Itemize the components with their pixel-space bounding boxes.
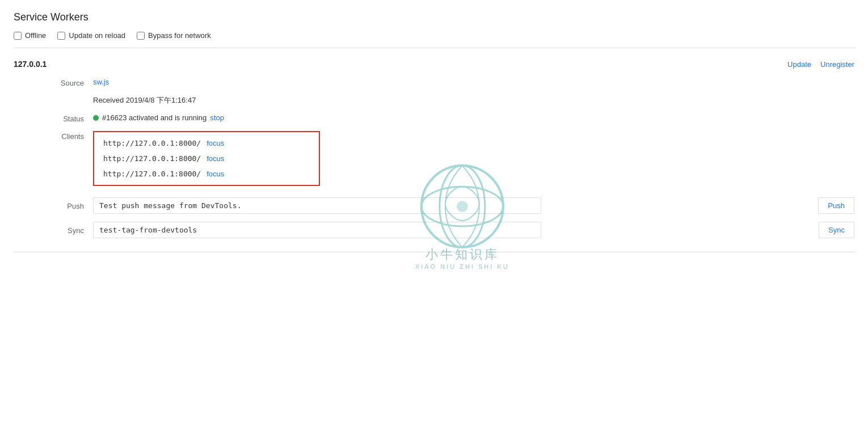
source-label: Source xyxy=(36,78,93,87)
status-row: #16623 activated and is running stop xyxy=(93,113,854,122)
bypass-for-network-checkbox-label[interactable]: Bypass for network xyxy=(137,31,211,40)
sync-input[interactable] xyxy=(93,222,541,238)
offline-label: Offline xyxy=(25,31,46,40)
offline-checkbox-label[interactable]: Offline xyxy=(14,31,46,40)
status-value: #16623 activated and is running stop xyxy=(93,113,854,123)
unregister-button[interactable]: Unregister xyxy=(820,60,854,69)
clients-value: http://127.0.0.1:8000/ focus http://127.… xyxy=(93,131,854,186)
client-url-1: http://127.0.0.1:8000/ xyxy=(103,139,201,147)
info-grid: Source sw.js Received 2019/4/8 下午1:16:47… xyxy=(36,78,854,186)
bypass-for-network-checkbox[interactable] xyxy=(137,32,145,40)
push-sync-section: Push Push Sync Sync xyxy=(36,197,854,238)
sync-row: Sync Sync xyxy=(36,222,854,238)
received-label xyxy=(36,95,93,105)
stop-button[interactable]: stop xyxy=(210,113,224,122)
push-button[interactable]: Push xyxy=(818,197,854,214)
watermark-en: XIAO NIU ZHI SHI KU xyxy=(415,263,509,264)
client-row: http://127.0.0.1:8000/ focus xyxy=(103,139,310,147)
worker-section: 127.0.0.1 Update Unregister Source sw.js… xyxy=(14,60,854,252)
update-button[interactable]: Update xyxy=(787,60,811,69)
top-bar: Offline Update on reload Bypass for netw… xyxy=(14,31,854,48)
sync-button[interactable]: Sync xyxy=(819,222,854,238)
push-row: Push Push xyxy=(36,197,854,214)
update-on-reload-label: Update on reload xyxy=(69,31,125,40)
client-url-2: http://127.0.0.1:8000/ xyxy=(103,154,201,163)
focus-button-1[interactable]: focus xyxy=(207,139,224,147)
update-on-reload-checkbox-label[interactable]: Update on reload xyxy=(57,31,125,40)
page-title: Service Workers xyxy=(14,11,854,23)
bypass-for-network-label: Bypass for network xyxy=(148,31,211,40)
push-input[interactable] xyxy=(93,197,541,214)
clients-label: Clients xyxy=(36,131,93,186)
status-label: Status xyxy=(36,113,93,123)
worker-host: 127.0.0.1 xyxy=(14,60,47,69)
clients-box: http://127.0.0.1:8000/ focus http://127.… xyxy=(93,131,320,186)
client-row: http://127.0.0.1:8000/ focus xyxy=(103,154,310,163)
offline-checkbox[interactable] xyxy=(14,32,22,40)
source-link[interactable]: sw.js xyxy=(93,78,109,86)
received-value: Received 2019/4/8 下午1:16:47 xyxy=(93,95,854,105)
update-on-reload-checkbox[interactable] xyxy=(57,32,65,40)
source-value: sw.js xyxy=(93,78,854,87)
status-text: #16623 activated and is running xyxy=(102,113,207,122)
worker-actions: Update Unregister xyxy=(787,60,854,69)
focus-button-3[interactable]: focus xyxy=(207,170,224,178)
status-dot xyxy=(93,115,99,121)
push-label: Push xyxy=(36,201,93,210)
client-row: http://127.0.0.1:8000/ focus xyxy=(103,170,310,178)
focus-button-2[interactable]: focus xyxy=(207,154,224,163)
client-url-3: http://127.0.0.1:8000/ xyxy=(103,170,201,178)
worker-header: 127.0.0.1 Update Unregister xyxy=(14,60,854,69)
sync-label: Sync xyxy=(36,225,93,235)
